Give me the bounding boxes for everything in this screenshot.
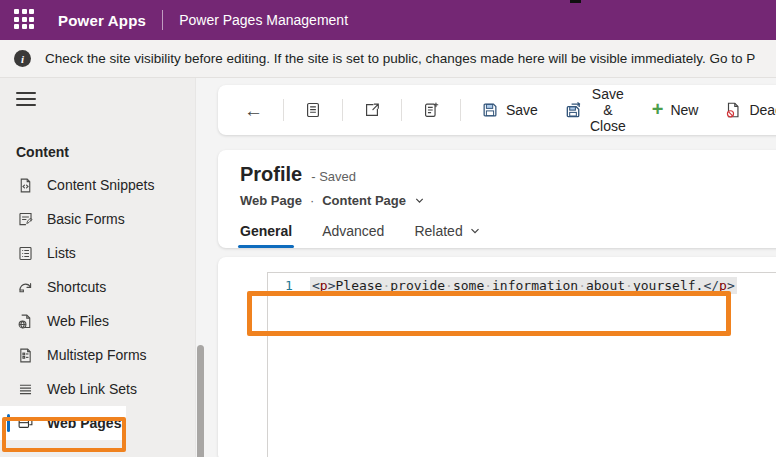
tab-related[interactable]: Related [414, 223, 480, 248]
form-pencil-icon [16, 210, 34, 228]
sidebar-item-web-files[interactable]: Web Files [0, 304, 195, 338]
sidebar-item-label: Web Link Sets [47, 381, 137, 397]
chevron-down-icon [469, 225, 481, 237]
sidebar-item-label: Multistep Forms [47, 347, 147, 363]
sidebar-item-label: Web Files [47, 313, 109, 329]
multistep-form-icon [16, 346, 34, 364]
html-source-editor[interactable]: 1 <p>Please·provide·some·information·abo… [267, 272, 776, 457]
sidebar-item-shortcuts[interactable]: Shortcuts [0, 270, 195, 304]
hamburger-icon[interactable] [16, 92, 36, 106]
selected-indicator [7, 414, 10, 432]
web-file-icon [16, 312, 34, 330]
site-visibility-banner: i Check the site visibility before editi… [0, 40, 776, 78]
toolbar-separator [460, 99, 461, 121]
module-name[interactable]: Power Pages Management [179, 12, 348, 28]
tab-general[interactable]: General [240, 223, 292, 248]
subtitle-dot: · [310, 193, 314, 208]
toolbar-separator [342, 99, 343, 121]
list-icon [16, 244, 34, 262]
sidebar-section-title: Content [16, 144, 195, 160]
code-page-icon [16, 176, 34, 194]
command-bar: ← [218, 85, 776, 135]
form-tabs: General Advanced Related [240, 223, 776, 248]
app-name[interactable]: Power Apps [58, 12, 146, 29]
save-status: - Saved [311, 169, 356, 184]
code-line[interactable]: 1 <p>Please·provide·some·information·abo… [268, 277, 776, 294]
tab-label: Related [414, 223, 462, 239]
sidebar-item-label: Shortcuts [47, 279, 106, 295]
sidebar-scrollbar-thumb[interactable] [197, 345, 204, 457]
popout-icon [363, 101, 381, 119]
save-label: Save [506, 102, 538, 118]
screen-artifact-mark [570, 0, 581, 3]
main-content: ← [196, 78, 776, 457]
deactivate-button[interactable]: Deactivate [714, 95, 776, 125]
waffle-icon[interactable] [14, 9, 36, 31]
banner-message: Check the site visibility before editing… [45, 51, 755, 66]
record-header-card: Profile - Saved Web Page · Content Page … [218, 150, 776, 248]
back-arrow-icon: ← [244, 101, 263, 120]
shortcut-arrow-icon [16, 278, 34, 296]
sidebar-item-label: Content Snippets [47, 177, 154, 193]
back-button[interactable]: ← [234, 95, 273, 126]
page-title: Profile [240, 163, 302, 186]
form-body-card: 1 <p>Please·provide·some·information·abo… [218, 257, 776, 457]
sidebar-item-content-snippets[interactable]: Content Snippets [0, 168, 195, 202]
header-divider [162, 10, 163, 30]
sidebar-item-web-pages[interactable]: Web Pages [0, 406, 126, 440]
toolbar-separator [283, 99, 284, 121]
tab-advanced[interactable]: Advanced [322, 223, 384, 248]
sidebar-item-multistep-forms[interactable]: Multistep Forms [0, 338, 195, 372]
sitemap-sidebar: Content Content Snippets Basic Forms [0, 78, 196, 457]
sidebar-item-label: Lists [47, 245, 76, 261]
tab-label: Advanced [322, 223, 384, 239]
save-close-icon [564, 101, 583, 120]
sidebar-item-web-link-sets[interactable]: Web Link Sets [0, 372, 195, 406]
line-number: 1 [268, 277, 310, 294]
popout-button[interactable] [353, 95, 391, 125]
app-header: Power Apps Power Pages Management [0, 0, 776, 40]
new-button[interactable]: + New [642, 95, 709, 125]
entity-name: Web Page [240, 193, 302, 208]
save-close-label: Save & Close [590, 86, 626, 134]
chevron-down-icon[interactable] [414, 195, 425, 206]
form-document-button[interactable] [294, 95, 332, 125]
plus-icon: + [652, 99, 664, 119]
save-button[interactable]: Save [471, 95, 548, 125]
link-set-icon [16, 380, 34, 398]
sidebar-item-label: Web Pages [47, 415, 121, 431]
sidebar-item-basic-forms[interactable]: Basic Forms [0, 202, 195, 236]
deactivate-icon [724, 101, 742, 119]
sidebar-item-lists[interactable]: Lists [0, 236, 195, 270]
form-switch-button[interactable] [412, 95, 450, 125]
deactivate-label: Deactivate [749, 102, 776, 118]
web-pages-icon [16, 414, 34, 432]
new-label: New [670, 102, 698, 118]
form-switch-icon [422, 101, 440, 119]
toolbar-separator [401, 99, 402, 121]
save-close-button[interactable]: Save & Close [554, 80, 636, 140]
tab-label: General [240, 223, 292, 239]
form-selector[interactable]: Content Page [322, 193, 406, 208]
info-icon: i [14, 50, 31, 67]
code-line-content[interactable]: <p>Please·provide·some·information·about… [310, 277, 737, 294]
form-document-icon [304, 101, 322, 119]
save-icon [481, 101, 499, 119]
sidebar-item-label: Basic Forms [47, 211, 125, 227]
